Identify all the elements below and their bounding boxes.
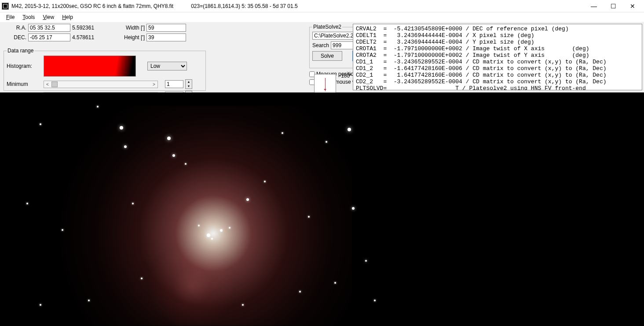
platesolve-legend: PlateSolve2 <box>312 24 342 30</box>
ra-label: R.A. <box>4 25 26 31</box>
histogram-label: Histogram: <box>7 63 42 69</box>
star <box>40 304 41 306</box>
window-title: M42, 2015-3-12, 11x200sec, GSO RC 6 inch… <box>11 3 173 9</box>
app-icon <box>2 3 9 10</box>
height-input[interactable] <box>146 33 186 41</box>
minimum-input[interactable] <box>165 80 183 88</box>
star <box>282 132 283 134</box>
star <box>308 216 310 218</box>
titlebar: M42, 2015-3-12, 11x200sec, GSO RC 6 inch… <box>0 0 644 12</box>
minimum-label: Minimum <box>7 81 42 87</box>
ra-deg: 5.592361 <box>72 25 94 31</box>
solve-button[interactable]: Solve <box>312 51 342 61</box>
minimize-button[interactable]: — <box>584 0 604 12</box>
star <box>185 163 187 165</box>
menu-view[interactable]: View <box>39 13 58 21</box>
star <box>132 203 134 204</box>
star <box>40 123 41 125</box>
minimum-slider[interactable]: <> <box>44 81 158 88</box>
menubar: File Tools View Help <box>0 12 644 22</box>
dec-deg: 4.578611 <box>72 34 94 41</box>
height-label: Height ['] <box>120 34 145 41</box>
star <box>299 291 301 293</box>
star <box>88 300 90 301</box>
status-coords: 023=(1861.8,1614.3) 5: 35 05.58 - 5d 37 … <box>191 3 584 9</box>
ra-input[interactable] <box>28 24 70 32</box>
star <box>198 225 200 226</box>
star <box>141 278 143 279</box>
dec-input[interactable] <box>28 33 70 41</box>
data-range-group: Data range Histogram: Low Minimum <> ▲▼ … <box>4 48 206 91</box>
angle-value: -180° <box>339 73 352 79</box>
dec-label: DEC. <box>4 34 26 41</box>
close-button[interactable]: ✕ <box>623 0 642 12</box>
star <box>220 229 223 232</box>
fits-header-pane[interactable]: CRVAL2 = -5.42130545809E+0000 / DEC of r… <box>353 24 642 90</box>
menu-file[interactable]: File <box>3 13 18 21</box>
histogram <box>44 56 136 77</box>
stretch-select[interactable]: Low <box>147 62 187 70</box>
maximize-button[interactable]: ☐ <box>604 0 623 12</box>
star <box>211 238 213 240</box>
image-viewport[interactable] <box>0 93 644 326</box>
star <box>334 282 336 284</box>
star <box>120 126 123 130</box>
star <box>26 203 28 204</box>
star <box>97 106 99 107</box>
star <box>62 229 63 231</box>
star <box>348 128 351 131</box>
star <box>246 198 249 201</box>
minimum-spinner[interactable]: ▲▼ <box>185 79 192 89</box>
star <box>172 154 175 157</box>
star <box>264 181 266 182</box>
star <box>352 207 355 210</box>
search-label: Search <box>312 42 329 48</box>
menu-tools[interactable]: Tools <box>19 13 38 21</box>
star <box>167 137 171 140</box>
width-label: Width ['] <box>120 25 145 31</box>
star <box>124 145 127 148</box>
star <box>326 141 327 143</box>
menu-help[interactable]: Help <box>59 13 77 21</box>
star <box>374 300 376 301</box>
star <box>207 233 210 237</box>
width-input[interactable] <box>146 24 186 32</box>
star <box>365 260 367 262</box>
control-panel: R.A. 5.592361 DEC. 4.578611 Width ['] He… <box>0 22 644 93</box>
star <box>229 227 231 229</box>
star <box>242 304 244 306</box>
data-range-legend: Data range <box>7 48 34 54</box>
nebula-render <box>44 106 352 326</box>
